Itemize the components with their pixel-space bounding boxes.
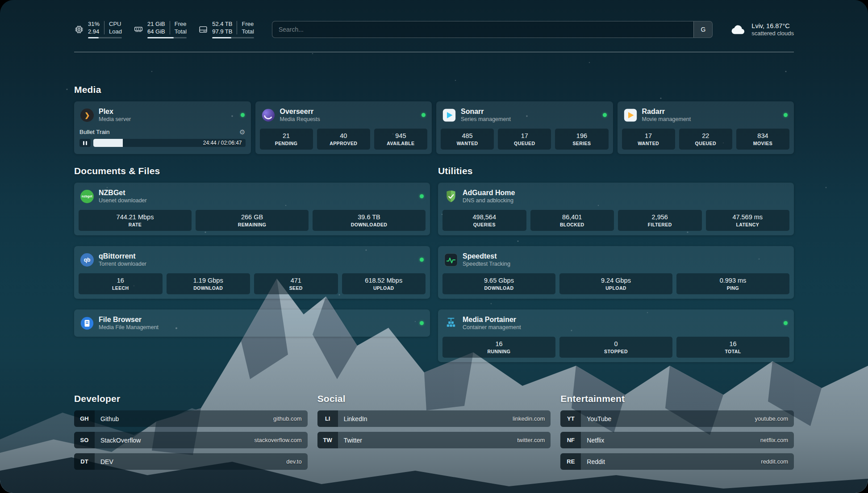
stat-download: 9.65 GbpsDOWNLOAD	[442, 273, 555, 294]
stat-label: WANTED	[638, 141, 659, 146]
nzbget-glyph: nzbget	[82, 195, 92, 198]
service-name: Plex	[99, 107, 131, 116]
stat-label: BLOCKED	[560, 222, 584, 227]
metric-divider	[104, 21, 104, 34]
system-metrics: 31% 2.94 CPU Load	[74, 21, 254, 38]
card-header: File Browser Media File Management	[74, 309, 430, 337]
service-description: Speedtest Tracking	[463, 261, 510, 267]
bookmark-domain: twitter.com	[517, 437, 551, 443]
service-card-speedtest[interactable]: Speedtest Speedtest Tracking 9.65 GbpsDO…	[438, 246, 794, 299]
bookmark-domain: reddit.com	[761, 458, 794, 465]
stat-upload: 9.24 GbpsUPLOAD	[559, 273, 672, 294]
service-card-portainer[interactable]: Media Portainer Container management 16R…	[438, 309, 794, 362]
stat-wanted: 485WANTED	[441, 129, 494, 150]
stat-leech: 16LEECH	[79, 273, 163, 294]
bookmark-linkedin[interactable]: LI LinkedIn linkedin.com	[317, 410, 551, 427]
disk-free-label: Free	[242, 21, 254, 27]
bookmark-abbr: NF	[560, 432, 581, 448]
section-media: Media ❯ Plex Media server Bullet Tr	[74, 84, 794, 154]
service-card-sonarr[interactable]: Sonarr Series management 485WANTED 17QUE…	[436, 101, 613, 154]
stat-value: 618.52 Mbps	[365, 277, 402, 284]
disk-total-value: 97.9 TB	[212, 28, 232, 35]
service-card-qbittorrent[interactable]: qb qBittorrent Torrent downloader 16LEEC…	[74, 246, 430, 299]
cpu-load-label: Load	[109, 28, 122, 35]
stat-total: 16TOTAL	[676, 337, 789, 358]
bookmark-abbr: LI	[317, 410, 338, 427]
stat-stopped: 0STOPPED	[559, 337, 672, 358]
stat-approved: 40APPROVED	[317, 129, 370, 150]
stat-download: 1.19 GbpsDOWNLOAD	[167, 273, 250, 294]
disk-progress-track	[212, 37, 254, 38]
card-header: Radarr Movie management	[618, 101, 794, 129]
radarr-icon	[624, 109, 637, 122]
service-name: Sonarr	[461, 107, 511, 116]
stat-label: SERIES	[572, 141, 591, 146]
service-name: Radarr	[642, 107, 691, 116]
service-description: Movie management	[642, 116, 691, 123]
stat-label: WANTED	[457, 141, 478, 146]
bookmark-stackoverflow[interactable]: SO StackOverflow stackoverflow.com	[74, 432, 308, 448]
cpu-metric-body: 31% 2.94 CPU Load	[88, 21, 122, 38]
bookmark-name: YouTube	[581, 415, 611, 422]
stat-remaining: 266 GBREMAINING	[196, 210, 309, 231]
bookmark-group-title: Developer	[74, 393, 308, 404]
status-online-dot	[420, 194, 424, 198]
service-name: AdGuard Home	[463, 188, 515, 197]
search-input[interactable]	[272, 21, 693, 38]
bookmark-group-title: Social	[317, 393, 551, 404]
status-online-dot	[420, 321, 424, 325]
search-provider-button[interactable]: G	[693, 21, 712, 38]
bookmark-youtube[interactable]: YT YouTube youtube.com	[560, 410, 794, 427]
bookmark-dev[interactable]: DT DEV dev.to	[74, 453, 308, 470]
service-name: qBittorrent	[99, 252, 146, 260]
status-online-dot	[420, 258, 424, 262]
stat-label: PING	[727, 285, 739, 291]
card-header: Media Portainer Container management	[438, 309, 794, 337]
stat-value: 86,401	[562, 213, 582, 221]
service-card-adguard[interactable]: AdGuard Home DNS and adblocking 498,564Q…	[438, 183, 794, 235]
card-header: qb qBittorrent Torrent downloader	[74, 246, 430, 273]
stat-value: 17	[645, 132, 652, 139]
service-card-filebrowser[interactable]: File Browser Media File Management	[74, 309, 430, 337]
service-card-plex[interactable]: ❯ Plex Media server Bullet Train ⚙	[74, 101, 251, 154]
plex-glyph: ❯	[84, 112, 90, 119]
bookmark-reddit[interactable]: RE Reddit reddit.com	[560, 453, 794, 470]
stat-value: 196	[576, 132, 587, 139]
stat-label: STOPPED	[604, 349, 628, 354]
bookmark-netflix[interactable]: NF Netflix netflix.com	[560, 432, 794, 448]
stat-value: 471	[291, 277, 301, 284]
service-card-overseerr[interactable]: Overseerr Media Requests 21PENDING 40APP…	[255, 101, 432, 154]
portainer-icon	[444, 317, 458, 330]
stat-value: 498,564	[473, 213, 496, 221]
gear-icon[interactable]: ⚙	[239, 129, 245, 135]
service-card-radarr[interactable]: Radarr Movie management 17WANTED 22QUEUE…	[618, 101, 794, 154]
bookmark-abbr: YT	[560, 410, 581, 427]
bookmark-abbr: DT	[74, 453, 95, 470]
cpu-label: CPU	[109, 21, 122, 27]
service-stats: 9.65 GbpsDOWNLOAD 9.24 GbpsUPLOAD 0.993 …	[438, 273, 794, 299]
cloud-icon	[730, 21, 747, 38]
stat-queued: 17QUEUED	[498, 129, 551, 150]
stat-seed: 471SEED	[254, 273, 338, 294]
cpu-progress-track	[88, 37, 122, 38]
bookmark-name: Reddit	[581, 458, 605, 465]
service-card-nzbget[interactable]: nzbget NZBGet Usenet downloader 744.21 M…	[74, 183, 430, 235]
service-description: Media File Management	[99, 324, 159, 331]
bookmark-github[interactable]: GH Github github.com	[74, 410, 308, 427]
bookmark-name: Netflix	[581, 437, 604, 444]
stat-value: 9.65 Gbps	[484, 277, 514, 284]
stat-label: LEECH	[112, 285, 129, 291]
bookmark-domain: linkedin.com	[513, 415, 551, 422]
overseerr-icon	[262, 109, 275, 122]
stat-value: 17	[521, 132, 528, 139]
stat-label: QUERIES	[473, 222, 496, 227]
disk-free-value: 52.4 TB	[212, 21, 232, 27]
status-online-dot	[603, 113, 607, 117]
bookmark-twitter[interactable]: TW Twitter twitter.com	[317, 432, 551, 448]
service-stats: 16LEECH 1.19 GbpsDOWNLOAD 471SEED 618.52…	[74, 273, 430, 299]
pause-button[interactable]	[79, 139, 91, 147]
service-description: Torrent downloader	[99, 261, 146, 267]
service-description: Media server	[99, 116, 131, 123]
cpu-icon	[74, 25, 84, 34]
section-title-media: Media	[74, 84, 794, 95]
